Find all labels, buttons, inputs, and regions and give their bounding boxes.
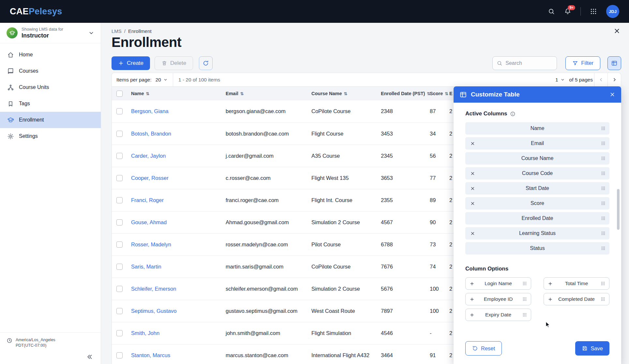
customize-columns-button[interactable] xyxy=(607,56,621,70)
remove-column-icon[interactable] xyxy=(471,171,475,176)
items-per-page-select[interactable]: 20 xyxy=(156,77,168,83)
enrollment-name-link[interactable]: Botosh, Brandon xyxy=(131,131,171,137)
sort-arrows-icon[interactable]: ⇅ xyxy=(146,92,149,96)
collapse-sidebar-button[interactable] xyxy=(86,354,93,360)
filter-button[interactable]: Filter xyxy=(565,56,600,70)
apps-grid-button[interactable] xyxy=(590,8,597,15)
column-option-completed-date[interactable]: Completed Date xyxy=(544,293,609,305)
create-button[interactable]: Create xyxy=(112,56,150,70)
active-column-status[interactable]: Status xyxy=(465,242,609,255)
course-name-cell: Flight West 135 xyxy=(307,167,376,189)
drag-handle-icon[interactable] xyxy=(601,141,606,146)
enrollment-name-link[interactable]: Septimus, Gustavo xyxy=(131,308,176,314)
refresh-button[interactable] xyxy=(199,56,213,70)
save-button[interactable]: Save xyxy=(575,341,609,356)
select-all-checkbox[interactable] xyxy=(116,91,123,97)
breadcrumb-enrollment[interactable]: Enrollment xyxy=(128,28,152,34)
reset-button[interactable]: Reset xyxy=(465,341,502,356)
sort-arrows-icon[interactable]: ⇅ xyxy=(240,92,244,96)
column-option-total-time[interactable]: Total Time xyxy=(544,277,609,290)
search-input[interactable] xyxy=(505,60,553,66)
close-icon[interactable] xyxy=(613,27,621,35)
chevron-down-icon[interactable] xyxy=(88,30,94,36)
enrollment-name-link[interactable]: Smith, John xyxy=(131,330,159,336)
remove-column-icon[interactable] xyxy=(471,201,475,206)
drag-handle-icon[interactable] xyxy=(522,297,527,302)
enrollment-name-link[interactable]: Bergson, Giana xyxy=(131,108,169,114)
row-checkbox[interactable] xyxy=(116,197,123,203)
row-checkbox[interactable] xyxy=(116,131,123,137)
row-checkbox[interactable] xyxy=(116,330,123,336)
column-option-login-name[interactable]: Login Name xyxy=(465,277,531,290)
enrollment-name-link[interactable]: Carder, Jaylon xyxy=(131,153,166,159)
active-column-label: Course Code xyxy=(465,170,609,176)
drag-handle-icon[interactable] xyxy=(601,246,606,251)
drag-handle-icon[interactable] xyxy=(601,126,606,131)
active-column-learning-status[interactable]: Learning Status xyxy=(465,227,609,240)
row-checkbox[interactable] xyxy=(116,352,123,358)
row-checkbox[interactable] xyxy=(116,108,123,114)
enrollment-name-link[interactable]: Cooper, Rosser xyxy=(131,175,169,181)
drag-handle-icon[interactable] xyxy=(601,231,606,236)
avatar[interactable]: JDJ xyxy=(606,5,619,18)
sidebar-item-courses[interactable]: Courses xyxy=(0,63,101,79)
column-option-expiry-date[interactable]: Expiry Date xyxy=(465,309,531,321)
drag-handle-icon[interactable] xyxy=(601,171,606,176)
active-column-email[interactable]: Email xyxy=(465,137,609,150)
scrollbar-thumb[interactable] xyxy=(617,189,620,230)
reset-button-label: Reset xyxy=(481,345,495,352)
enrollment-name-link[interactable]: Franci, Roger xyxy=(131,197,164,203)
active-column-name[interactable]: Name xyxy=(465,122,609,135)
sidebar-item-home[interactable]: Home xyxy=(0,47,101,63)
enrollment-name-link[interactable]: Rosser, Madelyn xyxy=(131,241,171,247)
row-checkbox[interactable] xyxy=(116,175,123,181)
row-checkbox[interactable] xyxy=(116,241,123,248)
drag-handle-icon[interactable] xyxy=(600,297,606,302)
brand-logo[interactable]: CAEPelesys xyxy=(10,7,62,17)
row-checkbox[interactable] xyxy=(116,219,123,226)
drag-handle-icon[interactable] xyxy=(601,216,606,221)
sort-arrows-icon[interactable]: ⇅ xyxy=(344,92,347,96)
search-box xyxy=(492,56,557,70)
column-option-employee-id[interactable]: Employee ID xyxy=(465,293,531,305)
drag-handle-icon[interactable] xyxy=(601,201,606,206)
row-checkbox[interactable] xyxy=(116,264,123,270)
enrollment-name-link[interactable]: Saris, Martin xyxy=(131,264,161,269)
sidebar-item-enrollment[interactable]: Enrollment xyxy=(0,112,101,128)
panel-close-icon[interactable] xyxy=(609,92,615,97)
delete-button[interactable]: Delete xyxy=(155,56,193,70)
row-checkbox[interactable] xyxy=(116,308,123,314)
context-switcher[interactable]: Showing LMS data for Instructor xyxy=(0,23,101,43)
enrolled-date-cell: 7676 xyxy=(376,255,425,278)
drag-handle-icon[interactable] xyxy=(601,186,606,191)
active-column-course-code[interactable]: Course Code xyxy=(465,167,609,180)
page-select[interactable]: 1 xyxy=(555,77,565,83)
breadcrumb-lms[interactable]: LMS xyxy=(112,28,122,34)
sidebar-item-course-units[interactable]: Course Units xyxy=(0,79,101,95)
score-cell: 100 xyxy=(425,300,444,322)
sidebar-item-tags[interactable]: Tags xyxy=(0,95,101,112)
drag-handle-icon[interactable] xyxy=(600,281,606,286)
previous-page-button[interactable] xyxy=(594,73,607,86)
next-page-button[interactable] xyxy=(608,73,621,86)
global-search-button[interactable] xyxy=(548,8,555,15)
drag-handle-icon[interactable] xyxy=(522,281,527,286)
sidebar-item-settings[interactable]: Settings xyxy=(0,128,101,144)
row-checkbox[interactable] xyxy=(116,286,123,292)
remove-column-icon[interactable] xyxy=(471,186,475,191)
active-column-course-name[interactable]: Course Name xyxy=(465,152,609,165)
enrollment-name-link[interactable]: Gouse, Ahmad xyxy=(131,219,167,225)
active-column-enrolled-date[interactable]: Enrolled Date xyxy=(465,212,609,225)
enrollment-name-link[interactable]: Schleifer, Emerson xyxy=(131,286,176,292)
info-icon[interactable] xyxy=(510,111,516,117)
active-column-score[interactable]: Score xyxy=(465,197,609,210)
notifications-button[interactable]: 9+ xyxy=(564,8,571,15)
drag-handle-icon[interactable] xyxy=(601,156,606,161)
remove-column-icon[interactable] xyxy=(471,231,475,236)
enrollment-name-link[interactable]: Stanton, Marcus xyxy=(131,352,170,358)
drag-handle-icon[interactable] xyxy=(522,312,527,317)
remove-column-icon[interactable] xyxy=(471,141,475,146)
active-column-start-date[interactable]: Start Date xyxy=(465,182,609,195)
breadcrumb: LMS / Enrollment xyxy=(112,27,621,35)
row-checkbox[interactable] xyxy=(116,153,123,159)
